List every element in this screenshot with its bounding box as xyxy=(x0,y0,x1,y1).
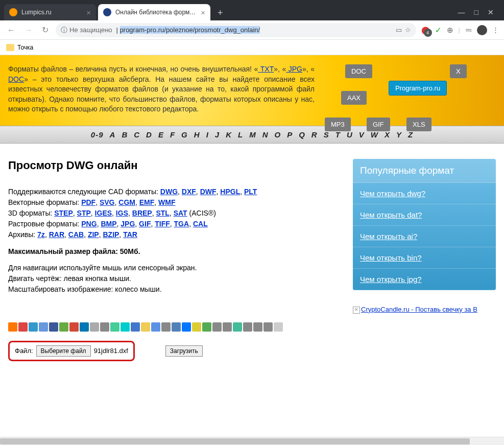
format-link-bzip[interactable]: BZIP xyxy=(103,230,119,239)
sidebar-link-2[interactable]: Чем открыть ai? xyxy=(353,226,496,247)
alpha-O[interactable]: O xyxy=(275,130,281,139)
avatar-icon[interactable] xyxy=(477,25,487,35)
social-icon-12[interactable] xyxy=(131,322,140,332)
format-link-wmf[interactable]: WMF xyxy=(158,198,175,206)
alpha-C[interactable]: C xyxy=(134,130,140,139)
social-icon-25[interactable] xyxy=(263,322,273,332)
site-info-icon[interactable]: ⓘ xyxy=(61,26,67,35)
social-icon-16[interactable] xyxy=(172,322,181,332)
alpha-M[interactable]: M xyxy=(249,130,256,139)
alpha-R[interactable]: R xyxy=(311,130,318,139)
menu-icon[interactable]: ⋮ xyxy=(492,26,499,34)
format-link-tiff[interactable]: TIFF xyxy=(155,220,170,228)
alpha-B[interactable]: B xyxy=(122,130,128,139)
alpha-D[interactable]: D xyxy=(146,130,152,139)
close-icon[interactable]: × xyxy=(86,8,91,17)
social-icon-0[interactable] xyxy=(8,322,17,332)
alpha-V[interactable]: V xyxy=(359,130,365,139)
forward-button[interactable]: → xyxy=(22,25,35,36)
social-icon-22[interactable] xyxy=(233,322,242,332)
format-link-tga[interactable]: TGA xyxy=(174,220,189,228)
ext-icon-1[interactable]: ⬤4 xyxy=(421,26,430,35)
alpha-H[interactable]: H xyxy=(194,130,200,139)
link-jpg[interactable]: JPG xyxy=(286,65,302,73)
alpha-0-9[interactable]: 0-9 xyxy=(91,130,104,139)
social-icon-23[interactable] xyxy=(243,322,252,332)
social-icon-17[interactable] xyxy=(182,322,191,332)
format-link-gif[interactable]: GIF xyxy=(139,220,151,228)
format-link-stp[interactable]: STP xyxy=(77,209,91,217)
alpha-W[interactable]: W xyxy=(371,130,378,139)
format-link-rar[interactable]: RAR xyxy=(49,230,64,239)
choose-file-button[interactable]: Выберите файл xyxy=(36,345,91,357)
social-icon-26[interactable] xyxy=(274,322,283,332)
close-icon[interactable]: × xyxy=(201,8,205,17)
alpha-J[interactable]: J xyxy=(215,130,220,139)
alpha-E[interactable]: E xyxy=(158,130,164,139)
format-link-plt[interactable]: PLT xyxy=(244,188,257,196)
alpha-F[interactable]: F xyxy=(170,130,175,139)
link-doc[interactable]: DOC xyxy=(8,75,24,83)
close-button[interactable]: ✕ xyxy=(488,8,494,16)
format-link-step[interactable]: STEP xyxy=(54,209,73,217)
alpha-P[interactable]: P xyxy=(287,130,293,139)
tab-lumpics[interactable]: Lumpics.ru × xyxy=(4,4,96,20)
format-link-zip[interactable]: ZIP xyxy=(88,230,99,239)
sidebar-link-0[interactable]: Чем открыть dwg? xyxy=(353,183,496,204)
ext-icon-4[interactable]: ≕ xyxy=(465,26,472,34)
format-link-iges[interactable]: IGES xyxy=(95,209,112,217)
alpha-N[interactable]: N xyxy=(262,130,269,139)
maximize-button[interactable]: □ xyxy=(474,8,478,16)
back-button[interactable]: ← xyxy=(5,25,17,36)
social-icon-9[interactable] xyxy=(100,322,109,332)
social-icon-10[interactable] xyxy=(110,322,119,332)
format-link-tar[interactable]: TAR xyxy=(123,230,137,239)
ext-icon-2[interactable]: ✓ xyxy=(435,26,442,35)
format-link-dwg[interactable]: DWG xyxy=(160,188,178,196)
bookmark-star-icon[interactable]: ☆ xyxy=(405,26,411,34)
format-link-pdf[interactable]: PDF xyxy=(81,198,95,206)
format-link-sat[interactable]: SAT xyxy=(174,209,187,217)
alpha-L[interactable]: L xyxy=(238,130,243,139)
alpha-T[interactable]: T xyxy=(335,130,341,139)
social-icon-8[interactable] xyxy=(90,322,99,332)
format-link-cgm[interactable]: CGM xyxy=(118,198,135,206)
format-link-dxf[interactable]: DXF xyxy=(182,188,196,196)
diagram-x[interactable]: X xyxy=(450,64,467,78)
format-link-bmp[interactable]: BMP xyxy=(101,220,116,228)
social-icon-21[interactable] xyxy=(223,322,232,332)
social-icon-18[interactable] xyxy=(192,322,201,332)
sidebar-link-4[interactable]: Чем открыть jpg? xyxy=(353,269,496,290)
social-icon-4[interactable] xyxy=(49,322,58,332)
reload-button[interactable]: ↻ xyxy=(40,24,51,36)
format-link-jpg[interactable]: JPG xyxy=(121,220,135,228)
social-icon-15[interactable] xyxy=(161,322,171,332)
alpha-Q[interactable]: Q xyxy=(299,130,305,139)
social-icon-13[interactable] xyxy=(141,322,150,332)
minimize-button[interactable]: — xyxy=(458,8,465,16)
format-link-7z[interactable]: 7z xyxy=(37,230,45,239)
format-link-png[interactable]: PNG xyxy=(81,220,97,228)
format-link-cal[interactable]: CAL xyxy=(193,220,208,228)
alpha-A[interactable]: A xyxy=(110,130,116,139)
format-link-dwf[interactable]: DWF xyxy=(200,188,217,196)
diagram-aax[interactable]: AAX xyxy=(341,91,367,105)
alpha-I[interactable]: I xyxy=(206,130,209,139)
diagram-xls[interactable]: XLS xyxy=(406,118,431,131)
format-link-emf[interactable]: EMF xyxy=(139,198,155,206)
format-link-hpgl[interactable]: HPGL xyxy=(220,188,240,196)
social-icon-1[interactable] xyxy=(18,322,28,332)
alpha-S[interactable]: S xyxy=(324,130,329,139)
social-icon-2[interactable] xyxy=(29,322,38,332)
social-icon-24[interactable] xyxy=(253,322,262,332)
format-link-svg[interactable]: SVG xyxy=(100,198,115,206)
alpha-K[interactable]: K xyxy=(226,130,232,139)
diagram-gif[interactable]: GIF xyxy=(367,118,390,131)
ext-icon-3[interactable]: ⊕ xyxy=(447,26,453,35)
social-icon-6[interactable] xyxy=(69,322,79,332)
social-icon-11[interactable] xyxy=(121,322,130,332)
social-icon-3[interactable] xyxy=(39,322,48,332)
bookmark-item[interactable]: Точка xyxy=(17,44,33,51)
sidebar-link-3[interactable]: Чем открыть bin? xyxy=(353,247,496,269)
url-field[interactable]: ⓘ Не защищено | program-pro.ru/poleznoe/… xyxy=(56,23,416,37)
